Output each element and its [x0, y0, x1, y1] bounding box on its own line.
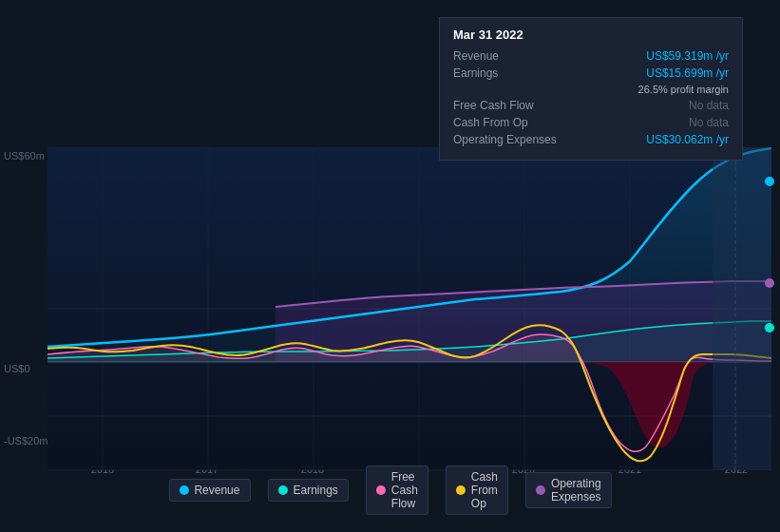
y-label-top: US$60m — [4, 150, 45, 162]
tooltip-cfo-row: Cash From Op No data — [453, 116, 729, 129]
legend-item-earnings[interactable]: Earnings — [267, 479, 348, 502]
legend-item-cfo[interactable]: Cash From Op — [446, 466, 508, 515]
revenue-indicator — [765, 177, 774, 186]
tooltip-cfo-value: No data — [689, 116, 729, 129]
tooltip-earnings-row: Earnings US$15.699m /yr — [453, 66, 729, 80]
chart-svg — [48, 147, 771, 470]
legend-fcf-label: Free Cash Flow — [391, 470, 418, 510]
cfo-dot — [456, 485, 466, 495]
tooltip-opex-row: Operating Expenses US$30.062m /yr — [453, 133, 729, 146]
chart-legend: Revenue Earnings Free Cash Flow Cash Fro… — [168, 466, 611, 515]
svg-rect-15 — [713, 147, 771, 470]
fcf-dot — [376, 485, 386, 495]
legend-revenue-label: Revenue — [194, 484, 239, 497]
tooltip-opex-value: US$30.062m /yr — [646, 133, 729, 146]
tooltip-earnings-value: US$15.699m /yr — [646, 66, 729, 80]
legend-item-opex[interactable]: Operating Expenses — [525, 472, 612, 508]
tooltip-revenue-value: US$59.319m /yr — [646, 49, 729, 63]
opex-dot — [536, 485, 545, 495]
tooltip-earnings-label: Earnings — [453, 66, 567, 80]
tooltip-opex-label: Operating Expenses — [453, 133, 567, 146]
legend-cfo-label: Cash From Op — [471, 470, 498, 510]
y-label-bottom: -US$20m — [4, 435, 48, 446]
tooltip-date: Mar 31 2022 — [453, 28, 729, 42]
revenue-dot — [179, 485, 188, 495]
tooltip-fcf-label: Free Cash Flow — [453, 99, 567, 112]
tooltip-fcf-value: No data — [689, 99, 729, 112]
legend-item-fcf[interactable]: Free Cash Flow — [366, 466, 428, 515]
tooltip-cfo-label: Cash From Op — [453, 116, 567, 129]
legend-opex-label: Operating Expenses — [551, 477, 601, 504]
profit-margin-row: 26.5% profit margin — [453, 84, 729, 95]
tooltip-revenue-row: Revenue US$59.319m /yr — [453, 49, 729, 63]
y-label-mid: US$0 — [4, 363, 30, 374]
tooltip-revenue-label: Revenue — [453, 49, 567, 63]
earnings-indicator — [765, 323, 774, 332]
operating-expenses-indicator — [765, 278, 774, 288]
earnings-dot — [277, 485, 287, 495]
tooltip-fcf-row: Free Cash Flow No data — [453, 99, 729, 112]
profit-margin-badge: 26.5% profit margin — [638, 84, 729, 95]
tooltip-box: Mar 31 2022 Revenue US$59.319m /yr Earni… — [439, 17, 743, 161]
chart-container: Mar 31 2022 Revenue US$59.319m /yr Earni… — [0, 0, 780, 532]
legend-item-revenue[interactable]: Revenue — [168, 479, 250, 502]
legend-earnings-label: Earnings — [293, 484, 337, 497]
